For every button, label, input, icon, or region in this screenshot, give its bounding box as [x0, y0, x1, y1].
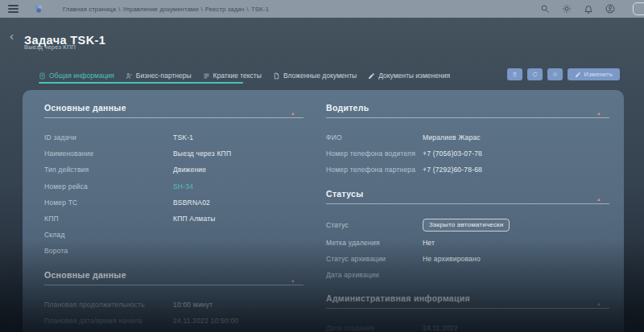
field-row: Дата архивации [326, 267, 609, 283]
tab-attached-documents[interactable]: Вложенные документы [273, 72, 357, 80]
field-value: 24.11.2022 [423, 324, 458, 332]
section-title-text: Водитель [326, 103, 369, 113]
edit-button[interactable]: Изменить [568, 68, 620, 80]
field-row: Фактическая дата/время начала24.11.2022 … [44, 329, 303, 332]
section-main-data-2: Основные данные ▲ Плановая продолжительн… [44, 270, 303, 332]
field-row: Тип действияДвижение [44, 162, 303, 178]
warning-triangle-icon: ▲ [597, 301, 601, 306]
tab-change-documents[interactable]: Документы изменения [368, 72, 450, 80]
breadcrumb-item-docs[interactable]: Управление документами [122, 6, 198, 13]
field-value: Выезд через КПП [173, 150, 231, 158]
partner-icon [126, 72, 133, 80]
bell-icon[interactable] [584, 4, 593, 14]
section-title-text: Административная информация [326, 293, 470, 303]
tab-business-partners[interactable]: Бизнес-партнеры [126, 72, 192, 80]
field-value: 24.11.2022 10:50:00 [173, 317, 238, 325]
topbar: Главная страница\Управление документами\… [0, 0, 644, 18]
field-row: ID задачиTSK-1 [44, 129, 303, 146]
active-tab-indicator [39, 82, 243, 84]
field-row: Плановая продолжительность10:00 минут [44, 297, 303, 313]
field-value: +7 (7056)03-07-78 [423, 150, 482, 158]
breadcrumb-item-registry[interactable]: Реестр задач [205, 6, 245, 13]
section-driver: Водитель ▲ ФИОМиралиев Жарас Номер телеф… [326, 103, 609, 178]
field-value: Нет [423, 239, 435, 247]
field-label: Тип действия [44, 166, 173, 174]
field-value: КПП Алматы [173, 215, 216, 223]
field-row: Склад [44, 227, 303, 243]
breadcrumb-item-current: TSK-1 [251, 6, 269, 13]
field-value: TSK-1 [173, 133, 193, 141]
section-statuses: Статусы ▲ СтатусЗакрыто автоматически Ме… [326, 189, 609, 284]
breadcrumb-separator: \ [118, 6, 120, 13]
field-row: НаименованиеВыезд через КПП [44, 146, 303, 162]
field-row: КППКПП Алматы [44, 211, 303, 227]
left-column: Основные данные ▲ ID задачиTSK-1 Наимено… [44, 103, 303, 332]
field-row: Метка удаленияНет [326, 235, 609, 251]
breadcrumb: Главная страница\Управление документами\… [63, 6, 269, 13]
tab-label: Документы изменения [378, 72, 450, 80]
trash-icon [512, 71, 518, 78]
gear-icon[interactable] [562, 4, 572, 14]
field-row: Дата создания24.11.2022 [326, 320, 609, 332]
tab-general-info[interactable]: Общая информация [39, 72, 114, 80]
field-label: Плановая продолжительность [44, 301, 173, 309]
right-column: Водитель ▲ ФИОМиралиев Жарас Номер телеф… [326, 103, 609, 332]
field-label: ID задачи [44, 133, 173, 141]
field-label: Статус [326, 221, 423, 229]
document-icon [39, 72, 46, 80]
field-label: Номер ТС [44, 199, 173, 207]
tab-short-texts[interactable]: Краткие тексты [203, 72, 262, 80]
field-row: Номер телефона водителя+7 (7056)03-07-78 [326, 146, 609, 162]
field-value: Миралиев Жарас [423, 133, 481, 141]
trip-number-link[interactable]: SH-34 [173, 182, 193, 191]
tab-label: Краткие тексты [213, 72, 262, 80]
tab-label: Общая информация [49, 72, 114, 80]
menu-icon[interactable] [8, 5, 19, 13]
field-value: BSBRNA02 [173, 199, 210, 207]
field-row: ФИОМиралиев Жарас [326, 129, 609, 146]
field-row: Плановая дата/время начала24.11.2022 10:… [44, 313, 303, 329]
section-main-data: Основные данные ▲ ID задачиTSK-1 Наимено… [44, 103, 303, 260]
app-window: Главная страница\Управление документами\… [0, 0, 644, 332]
section-header: Основные данные ▲ [44, 103, 303, 118]
window-edge-element [633, 2, 644, 15]
search-icon[interactable] [540, 4, 550, 14]
settings-button[interactable] [547, 68, 563, 80]
field-label: ФИО [326, 133, 423, 141]
back-chevron-icon[interactable]: ‹ [10, 29, 14, 43]
section-header: Статусы ▲ [326, 189, 609, 204]
tab-label: Бизнес-партнеры [136, 72, 192, 80]
field-row: Номер ТСBSBRNA02 [44, 195, 303, 211]
field-row: Статус архивацииНе архивировано [326, 251, 609, 267]
field-value: Не архивировано [423, 255, 481, 263]
field-value: +7 (7292)60-78-68 [423, 166, 482, 174]
field-label: Дата создания [326, 324, 423, 332]
section-header: Основные данные ▲ [44, 270, 303, 285]
profile-icon[interactable] [605, 4, 615, 14]
refresh-button[interactable] [527, 68, 543, 80]
delete-button[interactable] [507, 68, 522, 80]
breadcrumb-separator: \ [201, 6, 203, 13]
field-label: КПП [44, 215, 173, 223]
section-header: Административная информация ▲ [326, 293, 609, 309]
field-label: Дата архивации [326, 271, 423, 279]
field-label: Номер рейса [44, 182, 173, 191]
section-title-text: Статусы [326, 189, 363, 199]
field-label: Склад [44, 231, 173, 239]
pencil-icon [575, 72, 581, 78]
app-logo [32, 3, 44, 15]
refresh-icon [532, 71, 538, 78]
breadcrumb-item-home[interactable]: Главная страница [63, 6, 116, 13]
status-badge: Закрыто автоматически [423, 219, 510, 232]
field-label: Номер телефона партнера [326, 166, 423, 174]
tab-label: Вложенные документы [283, 72, 357, 80]
warning-triangle-icon: ▲ [291, 278, 295, 283]
list-icon [203, 72, 210, 80]
file-icon [273, 72, 280, 80]
section-title-text: Основные данные [44, 270, 126, 280]
breadcrumb-separator: \ [247, 6, 249, 13]
topbar-actions [540, 4, 636, 14]
section-header: Водитель ▲ [326, 103, 609, 118]
gear-icon [552, 71, 558, 78]
field-label: Наименование [44, 150, 173, 158]
